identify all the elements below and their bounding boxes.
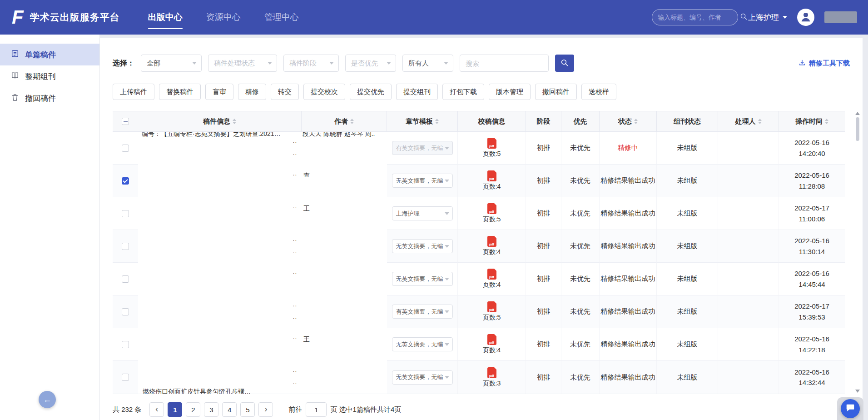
- sidebar-item-withdrawn-manuscript[interactable]: 撤回稿件: [0, 87, 99, 109]
- filter-label: 选择：: [113, 59, 134, 68]
- filter-select-stage[interactable]: 稿件阶段: [283, 55, 339, 72]
- status-cell: 精修结果输出成功: [600, 165, 657, 197]
- scroll-down-arrow-icon[interactable]: [855, 390, 860, 393]
- handler-cell: [718, 165, 779, 197]
- col-header-chapter-template[interactable]: 章节模板: [387, 111, 458, 132]
- filter-search-input[interactable]: [460, 55, 549, 72]
- manuscript-info-cell: ..: [138, 197, 302, 230]
- page-count: 页数:5: [483, 215, 501, 224]
- author-fragment: 王: [303, 205, 310, 213]
- transfer-button[interactable]: 转交: [271, 84, 299, 100]
- row-checkbox[interactable]: [122, 243, 129, 250]
- pdf-icon[interactable]: [487, 138, 496, 149]
- search-button[interactable]: [555, 55, 574, 72]
- author-cell: 段天天 陈晓群 赵琴琴 周..: [302, 132, 387, 165]
- sort-icon[interactable]: [233, 119, 236, 124]
- row-checkbox[interactable]: [122, 177, 129, 185]
- op-time-cell: 2022-05-16 14:22:18: [779, 328, 845, 361]
- sort-icon[interactable]: [435, 119, 439, 124]
- page-count: 页数:4: [483, 281, 501, 289]
- pdf-icon[interactable]: [487, 269, 496, 280]
- sort-icon[interactable]: [825, 119, 828, 124]
- sort-icon[interactable]: [758, 119, 762, 124]
- col-header-status[interactable]: 状态: [600, 111, 657, 132]
- col-header-author[interactable]: 作者: [302, 111, 387, 132]
- manuscript-text-fragment: ..: [293, 265, 297, 278]
- nav-search-input[interactable]: [658, 14, 740, 21]
- nav-item-publish-center[interactable]: 出版中心: [148, 0, 183, 35]
- pdf-icon[interactable]: [487, 203, 496, 214]
- op-date: 2022-05-16: [794, 335, 829, 344]
- pdf-icon[interactable]: [487, 236, 496, 247]
- upload-manuscript-button[interactable]: 上传稿件: [113, 84, 154, 100]
- chevron-down-icon: [445, 180, 449, 182]
- col-header-op-time[interactable]: 操作时间: [779, 111, 845, 132]
- page-button-4[interactable]: 4: [222, 402, 237, 417]
- row-checkbox[interactable]: [122, 341, 129, 348]
- author-cell: 查: [302, 165, 387, 197]
- submit-priority-button[interactable]: 提交优先: [350, 84, 392, 100]
- goto-page-input[interactable]: [306, 402, 327, 417]
- filter-select-process-status[interactable]: 稿件处理状态: [208, 55, 277, 72]
- nav-item-admin-center[interactable]: 管理中心: [264, 0, 299, 35]
- chapter-template-select[interactable]: 无英文摘要，无编: [392, 272, 453, 286]
- page-button-3[interactable]: 3: [204, 402, 218, 417]
- sidebar-item-issue-assembly[interactable]: 整期组刊: [0, 65, 99, 87]
- sort-icon[interactable]: [634, 119, 638, 124]
- page-button-1[interactable]: 1: [168, 402, 182, 417]
- submit-issue-button[interactable]: 提交组刊: [396, 84, 438, 100]
- author-cell: 王: [302, 197, 387, 230]
- next-page-button[interactable]: ›: [258, 402, 273, 417]
- chapter-template-select[interactable]: 无英文摘要，无编: [392, 239, 453, 253]
- chapter-template-select[interactable]: 无英文摘要，无编: [392, 337, 453, 351]
- row-checkbox[interactable]: [122, 374, 129, 381]
- send-proof-button[interactable]: 送校样: [581, 84, 616, 100]
- op-date: 2022-05-16: [794, 368, 829, 377]
- prev-page-button[interactable]: ‹: [149, 402, 164, 417]
- nav-item-resource-center[interactable]: 资源中心: [206, 0, 241, 35]
- chapter-template-select[interactable]: 无英文摘要，无编: [392, 370, 453, 385]
- collapse-button[interactable]: ←: [39, 391, 56, 408]
- scrollbar-thumb[interactable]: [856, 117, 859, 141]
- filter-select-priority[interactable]: 是否优先: [345, 55, 396, 72]
- org-selector[interactable]: 上海护理: [748, 12, 787, 23]
- blind-review-button[interactable]: 盲审: [205, 84, 233, 100]
- chapter-template-select[interactable]: 无英文摘要，无编: [392, 174, 453, 188]
- pdf-icon[interactable]: [487, 367, 496, 378]
- table-scrollbar[interactable]: [855, 111, 860, 394]
- col-header-handler[interactable]: 处理人: [718, 111, 779, 132]
- page-button-5[interactable]: 5: [240, 402, 255, 417]
- pdf-icon[interactable]: [487, 301, 496, 312]
- select-all-checkbox[interactable]: [122, 118, 129, 125]
- replace-manuscript-button[interactable]: 替换稿件: [159, 84, 201, 100]
- row-checkbox[interactable]: [122, 275, 129, 283]
- row-checkbox[interactable]: [122, 210, 129, 217]
- sidebar-item-single-manuscript[interactable]: 单篇稿件: [0, 44, 99, 65]
- refine-button[interactable]: 精修: [238, 84, 266, 100]
- pdf-icon[interactable]: [487, 170, 496, 181]
- user-name-redacted: [824, 11, 857, 23]
- package-download-button[interactable]: 打包下载: [442, 84, 484, 100]
- scroll-up-arrow-icon[interactable]: [855, 112, 860, 115]
- submit-proof-round-button[interactable]: 提交校次: [303, 84, 345, 100]
- chat-widget-button[interactable]: [841, 399, 860, 418]
- sort-icon[interactable]: [350, 119, 354, 124]
- chapter-template-select[interactable]: 有英文摘要，无编: [392, 305, 453, 319]
- page-button-2[interactable]: 2: [186, 402, 200, 417]
- filter-select-all[interactable]: 全部: [141, 55, 202, 72]
- withdraw-manuscript-button[interactable]: 撤回稿件: [535, 84, 577, 100]
- version-manage-button[interactable]: 版本管理: [489, 84, 531, 100]
- manuscript-text-fragment: ..: [293, 200, 297, 212]
- refine-tool-download-link[interactable]: 精修工具下载: [799, 59, 850, 68]
- row-checkbox-cell: [113, 295, 138, 328]
- col-header-manuscript-info[interactable]: 稿件信息: [138, 111, 302, 132]
- row-checkbox[interactable]: [122, 145, 129, 152]
- chapter-template-select[interactable]: 有英文摘要，无编: [392, 141, 453, 155]
- op-time: 14:20:40: [799, 149, 825, 158]
- filter-select-owner[interactable]: 所有人: [402, 55, 453, 72]
- row-checkbox[interactable]: [122, 308, 129, 315]
- org-selector-value: 上海护理: [748, 12, 779, 23]
- chapter-template-select[interactable]: 上海护理: [392, 206, 453, 220]
- avatar[interactable]: [797, 9, 814, 26]
- pdf-icon[interactable]: [487, 334, 496, 345]
